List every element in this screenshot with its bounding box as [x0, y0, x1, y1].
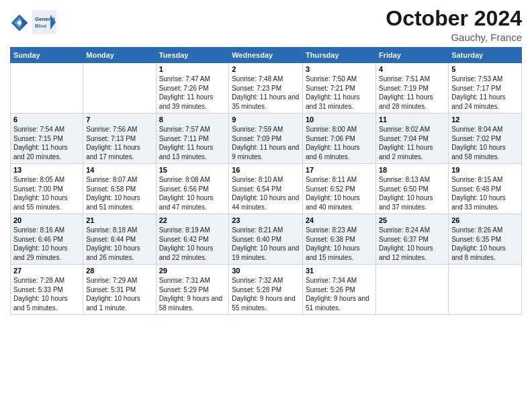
calendar-cell: 20Sunrise: 8:16 AMSunset: 6:46 PMDayligh… [11, 214, 83, 265]
calendar-cell: 27Sunrise: 7:28 AMSunset: 5:33 PMDayligh… [11, 265, 83, 315]
day-info: Sunrise: 7:47 AMSunset: 7:26 PMDaylight:… [159, 75, 226, 111]
header: General Blue October 2024 Gauchy, France [10, 7, 522, 43]
day-number: 31 [306, 267, 373, 275]
day-info: Sunrise: 7:54 AMSunset: 7:15 PMDaylight:… [13, 125, 80, 161]
weekday-header-sunday: Sunday [11, 48, 83, 63]
week-row-3: 13Sunrise: 8:05 AMSunset: 7:00 PMDayligh… [11, 164, 522, 214]
day-number: 11 [379, 116, 445, 124]
day-info: Sunrise: 7:32 AMSunset: 5:28 PMDaylight:… [232, 276, 300, 312]
day-info: Sunrise: 7:51 AMSunset: 7:19 PMDaylight:… [379, 75, 445, 111]
day-info: Sunrise: 8:10 AMSunset: 6:54 PMDaylight:… [232, 175, 300, 212]
calendar-cell: 14Sunrise: 8:07 AMSunset: 6:58 PMDayligh… [83, 164, 156, 214]
day-number: 24 [306, 216, 373, 224]
day-number: 4 [379, 65, 445, 73]
day-info: Sunrise: 8:21 AMSunset: 6:40 PMDaylight:… [232, 226, 300, 262]
generalblue-logo-graphic: General Blue [32, 9, 57, 35]
title-block: October 2024 Gauchy, France [386, 7, 522, 43]
calendar-cell: 21Sunrise: 8:18 AMSunset: 6:44 PMDayligh… [83, 214, 156, 265]
day-info: Sunrise: 8:19 AMSunset: 6:42 PMDaylight:… [159, 226, 226, 262]
day-number: 9 [232, 116, 300, 124]
calendar-cell: 28Sunrise: 7:29 AMSunset: 5:31 PMDayligh… [83, 265, 156, 315]
day-info: Sunrise: 8:08 AMSunset: 6:56 PMDaylight:… [159, 175, 226, 212]
day-number: 15 [159, 166, 226, 174]
logo-icon [10, 13, 29, 32]
calendar-cell: 24Sunrise: 8:23 AMSunset: 6:38 PMDayligh… [303, 214, 376, 265]
day-number: 14 [86, 166, 152, 174]
calendar-cell [11, 63, 83, 113]
day-number: 3 [306, 65, 373, 73]
day-info: Sunrise: 7:59 AMSunset: 7:09 PMDaylight:… [232, 125, 300, 161]
day-number: 5 [451, 65, 519, 73]
calendar-table: SundayMondayTuesdayWednesdayThursdayFrid… [10, 47, 522, 315]
day-number: 25 [379, 216, 445, 224]
day-info: Sunrise: 8:18 AMSunset: 6:44 PMDaylight:… [86, 226, 152, 262]
day-number: 8 [159, 116, 226, 124]
calendar-cell: 3Sunrise: 7:50 AMSunset: 7:21 PMDaylight… [303, 63, 376, 113]
day-info: Sunrise: 8:07 AMSunset: 6:58 PMDaylight:… [86, 175, 152, 212]
day-info: Sunrise: 8:05 AMSunset: 7:00 PMDaylight:… [13, 175, 80, 212]
day-number: 16 [232, 166, 300, 174]
calendar-cell: 4Sunrise: 7:51 AMSunset: 7:19 PMDaylight… [375, 63, 448, 113]
weekday-header-monday: Monday [83, 48, 156, 63]
calendar-cell: 12Sunrise: 8:04 AMSunset: 7:02 PMDayligh… [449, 113, 522, 164]
day-number: 30 [232, 267, 300, 275]
day-info: Sunrise: 7:53 AMSunset: 7:17 PMDaylight:… [451, 75, 519, 111]
calendar-cell: 16Sunrise: 8:10 AMSunset: 6:54 PMDayligh… [229, 164, 303, 214]
week-row-5: 27Sunrise: 7:28 AMSunset: 5:33 PMDayligh… [11, 265, 522, 315]
day-info: Sunrise: 8:24 AMSunset: 6:37 PMDaylight:… [379, 226, 445, 262]
day-info: Sunrise: 8:02 AMSunset: 7:04 PMDaylight:… [379, 125, 445, 161]
calendar-cell: 30Sunrise: 7:32 AMSunset: 5:28 PMDayligh… [229, 265, 303, 315]
day-number: 10 [306, 116, 373, 124]
day-info: Sunrise: 7:57 AMSunset: 7:11 PMDaylight:… [159, 125, 226, 161]
day-info: Sunrise: 7:34 AMSunset: 5:26 PMDaylight:… [306, 276, 373, 312]
day-info: Sunrise: 7:50 AMSunset: 7:21 PMDaylight:… [306, 75, 373, 111]
day-number: 6 [13, 116, 80, 124]
week-row-2: 6Sunrise: 7:54 AMSunset: 7:15 PMDaylight… [11, 113, 522, 164]
day-number: 27 [13, 267, 80, 275]
logo: General Blue [10, 9, 57, 35]
day-info: Sunrise: 7:31 AMSunset: 5:29 PMDaylight:… [159, 276, 226, 312]
day-number: 21 [86, 216, 152, 224]
calendar-cell: 1Sunrise: 7:47 AMSunset: 7:26 PMDaylight… [156, 63, 229, 113]
calendar-cell: 22Sunrise: 8:19 AMSunset: 6:42 PMDayligh… [156, 214, 229, 265]
day-number: 23 [232, 216, 300, 224]
day-info: Sunrise: 8:13 AMSunset: 6:50 PMDaylight:… [379, 175, 445, 212]
calendar-cell: 6Sunrise: 7:54 AMSunset: 7:15 PMDaylight… [11, 113, 83, 164]
day-number: 17 [306, 166, 373, 174]
day-number: 1 [159, 65, 226, 73]
calendar-cell: 2Sunrise: 7:48 AMSunset: 7:23 PMDaylight… [229, 63, 303, 113]
calendar-cell: 19Sunrise: 8:15 AMSunset: 6:48 PMDayligh… [449, 164, 522, 214]
weekday-header-tuesday: Tuesday [156, 48, 229, 63]
weekday-header-saturday: Saturday [449, 48, 522, 63]
day-info: Sunrise: 8:23 AMSunset: 6:38 PMDaylight:… [306, 226, 373, 262]
calendar-cell: 18Sunrise: 8:13 AMSunset: 6:50 PMDayligh… [375, 164, 448, 214]
calendar-cell: 17Sunrise: 8:11 AMSunset: 6:52 PMDayligh… [303, 164, 376, 214]
day-number: 12 [451, 116, 519, 124]
week-row-4: 20Sunrise: 8:16 AMSunset: 6:46 PMDayligh… [11, 214, 522, 265]
calendar-cell: 13Sunrise: 8:05 AMSunset: 7:00 PMDayligh… [11, 164, 83, 214]
calendar-cell [375, 265, 448, 315]
day-number: 18 [379, 166, 445, 174]
day-number: 13 [13, 166, 80, 174]
calendar-cell: 7Sunrise: 7:56 AMSunset: 7:13 PMDaylight… [83, 113, 156, 164]
day-number: 19 [451, 166, 519, 174]
calendar-cell [83, 63, 156, 113]
calendar-cell: 31Sunrise: 7:34 AMSunset: 5:26 PMDayligh… [303, 265, 376, 315]
calendar-cell: 26Sunrise: 8:26 AMSunset: 6:35 PMDayligh… [449, 214, 522, 265]
svg-text:Blue: Blue [35, 23, 47, 29]
day-number: 7 [86, 116, 152, 124]
day-number: 26 [451, 216, 519, 224]
day-info: Sunrise: 8:00 AMSunset: 7:06 PMDaylight:… [306, 125, 373, 161]
day-info: Sunrise: 8:04 AMSunset: 7:02 PMDaylight:… [451, 125, 519, 161]
calendar-cell: 10Sunrise: 8:00 AMSunset: 7:06 PMDayligh… [303, 113, 376, 164]
calendar-page: General Blue October 2024 Gauchy, France… [0, 0, 532, 411]
day-number: 29 [159, 267, 226, 275]
week-row-1: 1Sunrise: 7:47 AMSunset: 7:26 PMDaylight… [11, 63, 522, 113]
day-number: 20 [13, 216, 80, 224]
calendar-cell: 15Sunrise: 8:08 AMSunset: 6:56 PMDayligh… [156, 164, 229, 214]
weekday-header-wednesday: Wednesday [229, 48, 303, 63]
day-info: Sunrise: 7:29 AMSunset: 5:31 PMDaylight:… [86, 276, 152, 312]
calendar-cell [449, 265, 522, 315]
day-number: 2 [232, 65, 300, 73]
day-info: Sunrise: 7:56 AMSunset: 7:13 PMDaylight:… [86, 125, 152, 161]
